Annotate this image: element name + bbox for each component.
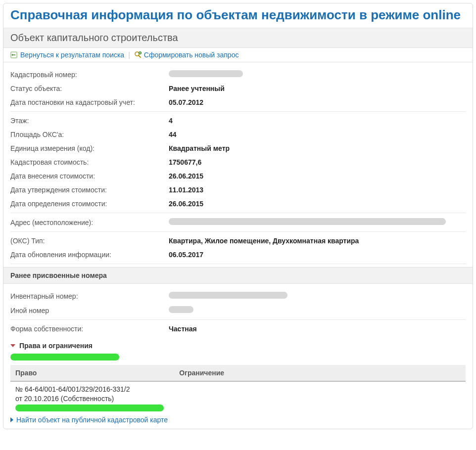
kv-row: Дата обновления информации:06.05.2017 [10, 248, 466, 262]
back-icon [10, 51, 18, 59]
highlight-marker [10, 354, 119, 360]
new-query-link[interactable]: Сформировать новый запрос [134, 51, 239, 59]
col-right: Право [10, 365, 174, 381]
group-type: (ОКС) Тип:Квартира, Жилое помещение, Дву… [10, 232, 466, 264]
find-on-map-label: Найти объект на публичной кадастровой ка… [16, 416, 168, 424]
redacted-value [169, 306, 193, 313]
restriction-cell [174, 381, 466, 416]
kv-row: Дата внесения стоимости:26.06.2015 [10, 169, 466, 183]
kv-value: 06.05.2017 [169, 251, 203, 259]
kv-row: Адрес (местоположение): [10, 215, 466, 229]
redacted-value [169, 218, 446, 225]
kv-row: Кадастровый номер: [10, 67, 466, 82]
kv-label: Адрес (местоположение): [10, 219, 169, 226]
kv-label: Статус объекта: [10, 85, 169, 92]
kv-label: Этаж: [10, 117, 169, 125]
group-prev-numbers: Инвентарный номер:Иной номер [10, 287, 466, 320]
kv-row: Единица измерения (код):Квадратный метр [10, 141, 466, 155]
kv-value: Квартира, Жилое помещение, Двухкомнатная… [169, 237, 359, 245]
rights-table: Право Ограничение № 64-64/001-64/001/329… [10, 365, 466, 416]
right-date-type: от 20.10.2016 (Собственность) [15, 394, 169, 404]
table-row: № 64-64/001-64/001/329/2016-331/2 от 20.… [10, 381, 466, 416]
rights-restrictions-label: Права и ограничения [19, 342, 93, 350]
kv-value: 26.06.2015 [169, 200, 203, 208]
kv-value: 11.01.2013 [169, 186, 203, 194]
kv-value: 4 [169, 117, 173, 125]
new-query-label: Сформировать новый запрос [144, 51, 239, 59]
kv-value [169, 292, 287, 300]
kv-value: Ранее учтенный [169, 85, 225, 92]
kv-row: Статус объекта:Ранее учтенный [10, 82, 466, 95]
section-title: Объект капитального строительства [3, 28, 473, 48]
kv-value [169, 306, 193, 315]
kv-value: 1750677,6 [169, 158, 201, 166]
page-title: Справочная информация по объектам недвиж… [3, 3, 473, 28]
group-ownership: Форма собственности:Частная [10, 320, 466, 338]
toolbar: Вернуться к результатам поиска | Сформир… [3, 48, 473, 62]
right-number: № 64-64/001-64/001/329/2016-331/2 [15, 385, 169, 394]
kv-row: Площадь ОКС'a:44 [10, 128, 466, 141]
group-metrics: Этаж:4Площадь ОКС'a:44Единица измерения … [10, 112, 466, 213]
kv-label: Кадастровая стоимость: [10, 158, 169, 166]
group-address: Адрес (местоположение): [10, 213, 466, 232]
kv-label: (ОКС) Тип: [10, 237, 169, 245]
kv-label: Единица измерения (код): [10, 144, 169, 152]
chevron-right-icon [10, 417, 13, 422]
redacted-value [169, 70, 243, 77]
kv-row: Дата постановки на кадастровый учет:05.0… [10, 95, 466, 109]
highlight-marker [15, 405, 164, 411]
kv-row: Дата утверждения стоимости:11.01.2013 [10, 183, 466, 197]
chevron-down-icon [10, 344, 15, 347]
kv-label: Дата постановки на кадастровый учет: [10, 98, 169, 106]
kv-label: Дата утверждения стоимости: [10, 186, 169, 194]
kv-row: Форма собственности:Частная [10, 322, 466, 336]
kv-row: Инвентарный номер: [10, 289, 466, 303]
rights-restrictions-toggle[interactable]: Права и ограничения [10, 338, 466, 354]
kv-value: 44 [169, 131, 177, 138]
kv-row: Этаж:4 [10, 114, 466, 128]
back-to-results-link[interactable]: Вернуться к результатам поиска [10, 51, 124, 59]
kv-value [169, 218, 446, 226]
kv-row: Кадастровая стоимость:1750677,6 [10, 155, 466, 169]
kv-label: Площадь ОКС'a: [10, 131, 169, 138]
kv-label: Дата обновления информации: [10, 251, 169, 259]
redacted-value [169, 292, 287, 299]
kv-value: 05.07.2012 [169, 98, 203, 106]
kv-value: Квадратный метр [169, 144, 230, 152]
kv-label: Инвентарный номер: [10, 292, 169, 300]
kv-row: (ОКС) Тип:Квартира, Жилое помещение, Дву… [10, 234, 466, 248]
kv-label: Форма собственности: [10, 325, 169, 333]
new-query-icon [134, 51, 142, 59]
group-main: Кадастровый номер:Статус объекта:Ранее у… [10, 65, 466, 112]
find-on-map-link[interactable]: Найти объект на публичной кадастровой ка… [10, 415, 168, 424]
kv-value: 26.06.2015 [169, 172, 203, 180]
kv-row: Иной номер [10, 303, 466, 317]
back-to-results-label: Вернуться к результатам поиска [20, 51, 124, 59]
kv-label: Кадастровый номер: [10, 71, 169, 79]
kv-label: Дата внесения стоимости: [10, 172, 169, 180]
kv-row: Дата определения стоимости:26.06.2015 [10, 197, 466, 211]
toolbar-separator: | [128, 51, 130, 59]
kv-value [169, 70, 243, 79]
kv-label: Иной номер [10, 307, 169, 315]
col-restriction: Ограничение [174, 365, 466, 381]
previous-numbers-header: Ранее присвоенные номера [3, 267, 473, 284]
kv-value: Частная [169, 325, 197, 333]
kv-label: Дата определения стоимости: [10, 200, 169, 208]
